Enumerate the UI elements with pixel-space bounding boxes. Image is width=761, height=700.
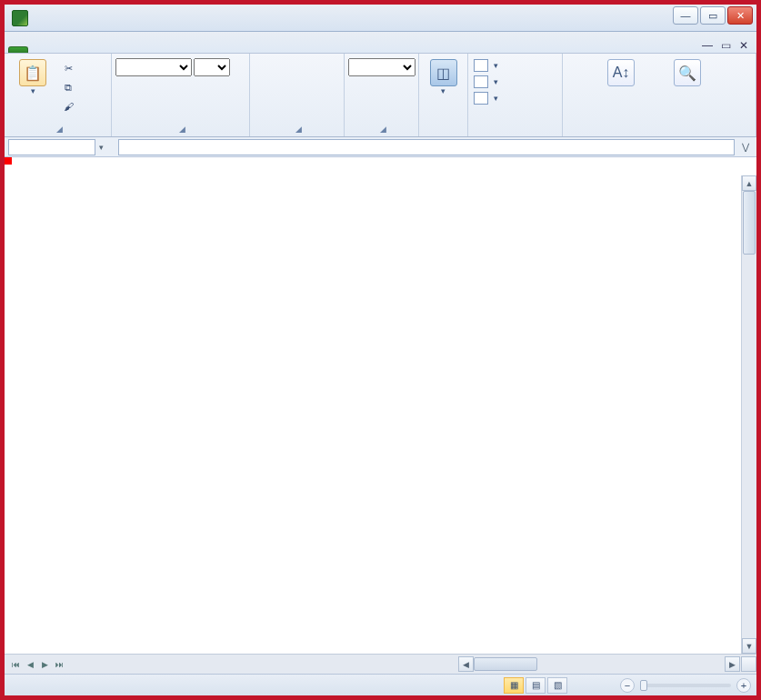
- font-size-select[interactable]: [194, 58, 230, 76]
- qat-extra-4[interactable]: [155, 9, 174, 27]
- sheet-nav-prev[interactable]: ◀: [23, 657, 37, 672]
- zoom-slider[interactable]: [640, 684, 731, 687]
- sort-icon: A↕: [607, 59, 635, 86]
- sheet-nav-last[interactable]: ⏭: [52, 657, 66, 672]
- status-bar: ▦ ▤ ▧ − +: [5, 674, 756, 695]
- number-launcher-icon[interactable]: ◢: [380, 125, 386, 134]
- close-button[interactable]: ✕: [727, 6, 753, 25]
- title-bar: — ▭ ✕: [5, 5, 756, 32]
- clipboard-launcher-icon[interactable]: ◢: [56, 125, 63, 134]
- selection-annotation: [5, 157, 12, 165]
- view-normal-button[interactable]: ▦: [504, 677, 524, 694]
- view-page-layout-button[interactable]: ▤: [526, 677, 546, 694]
- workbook-restore-icon[interactable]: ▭: [718, 38, 733, 53]
- delete-icon: [474, 75, 488, 88]
- alignment-launcher-icon[interactable]: ◢: [295, 125, 302, 134]
- help-icon[interactable]: [682, 38, 696, 53]
- align-middle-button[interactable]: [274, 58, 292, 76]
- wrap-text-button[interactable]: [314, 78, 332, 96]
- zoom-knob[interactable]: [640, 680, 647, 691]
- styles-icon: ◫: [430, 59, 457, 86]
- fill-button[interactable]: [566, 78, 585, 96]
- sheet-tabs-bar: ⏮ ◀ ▶ ⏭ ◀ ▶: [5, 654, 756, 674]
- tab-file[interactable]: [8, 46, 28, 53]
- insert-icon: [474, 59, 488, 72]
- paste-button[interactable]: 📋 ▾: [8, 55, 57, 95]
- underline-button[interactable]: [155, 78, 174, 96]
- format-painter-button[interactable]: 🖌: [59, 97, 77, 115]
- currency-button[interactable]: [348, 78, 366, 96]
- zoom-out-button[interactable]: −: [620, 678, 635, 693]
- increase-decimal-button[interactable]: [348, 98, 366, 116]
- scroll-left-button[interactable]: ◀: [458, 656, 474, 672]
- horizontal-scrollbar[interactable]: ◀ ▶: [458, 656, 740, 672]
- sort-filter-button[interactable]: A↕: [588, 55, 654, 86]
- bold-button[interactable]: [115, 78, 134, 96]
- delete-cells-button[interactable]: ▾: [472, 75, 500, 89]
- format-cells-button[interactable]: ▾: [472, 91, 500, 105]
- save-button[interactable]: [35, 9, 54, 27]
- formula-expand-icon[interactable]: ⋁: [738, 142, 753, 152]
- format-icon: [474, 92, 488, 105]
- workbook-close-icon[interactable]: ✕: [736, 38, 751, 53]
- qat-extra-3[interactable]: [135, 9, 154, 27]
- align-bottom-button[interactable]: [294, 58, 312, 76]
- copy-button[interactable]: ⧉: [59, 78, 77, 96]
- cut-button[interactable]: ✂: [59, 59, 77, 77]
- quick-access-toolbar: [35, 9, 194, 27]
- percent-button[interactable]: [368, 78, 386, 96]
- view-page-break-button[interactable]: ▧: [547, 677, 567, 694]
- number-format-select[interactable]: [348, 58, 416, 76]
- clear-button[interactable]: [566, 98, 585, 116]
- find-select-button[interactable]: 🔍: [657, 55, 717, 86]
- ribbon-minimize-icon[interactable]: [664, 38, 678, 53]
- increase-indent-button[interactable]: [274, 98, 292, 116]
- merge-button[interactable]: [294, 98, 312, 116]
- zoom-in-button[interactable]: +: [736, 678, 751, 693]
- qat-extra-1[interactable]: [95, 9, 114, 27]
- styles-button[interactable]: ◫ ▾: [423, 55, 464, 95]
- workbook-minimize-icon[interactable]: —: [700, 38, 715, 53]
- align-left-button[interactable]: [254, 78, 272, 96]
- name-box-dropdown-icon[interactable]: ▾: [99, 143, 104, 152]
- redo-button[interactable]: [75, 9, 94, 27]
- comma-button[interactable]: [388, 78, 406, 96]
- scroll-down-button[interactable]: ▼: [742, 638, 756, 654]
- ribbon: 📋 ▾ ✂ ⧉ 🖌 ◢: [5, 54, 756, 137]
- orientation-button[interactable]: [314, 58, 332, 76]
- formula-input[interactable]: [118, 139, 735, 155]
- autosum-button[interactable]: [566, 58, 585, 76]
- worksheet-area: ▲ ▼ ⏮ ◀ ▶ ⏭ ◀ ▶: [5, 157, 756, 674]
- minimize-button[interactable]: —: [673, 6, 698, 25]
- qat-extra-2[interactable]: [115, 9, 134, 27]
- grow-font-button[interactable]: [232, 58, 250, 76]
- vscroll-thumb[interactable]: [743, 191, 756, 255]
- scroll-up-button[interactable]: ▲: [742, 175, 756, 191]
- sheet-nav-next[interactable]: ▶: [37, 657, 52, 672]
- align-center-button[interactable]: [274, 78, 292, 96]
- font-color-button[interactable]: [215, 78, 234, 96]
- ribbon-tabs: — ▭ ✕: [5, 32, 756, 54]
- name-box[interactable]: [8, 139, 95, 155]
- maximize-button[interactable]: ▭: [700, 6, 726, 25]
- decrease-indent-button[interactable]: [254, 98, 272, 116]
- insert-cells-button[interactable]: ▾: [472, 58, 500, 73]
- clipboard-icon: 📋: [19, 59, 46, 86]
- sheet-nav-first[interactable]: ⏮: [8, 657, 23, 672]
- fill-color-button[interactable]: [195, 78, 214, 96]
- decrease-decimal-button[interactable]: [368, 98, 386, 116]
- hscroll-thumb[interactable]: [474, 657, 537, 671]
- font-launcher-icon[interactable]: ◢: [179, 125, 185, 134]
- font-name-select[interactable]: [115, 58, 192, 76]
- italic-button[interactable]: [135, 78, 154, 96]
- scrollbar-corner: [741, 656, 756, 672]
- align-right-button[interactable]: [294, 78, 312, 96]
- excel-icon: [12, 10, 28, 26]
- vertical-scrollbar[interactable]: ▲ ▼: [741, 175, 756, 654]
- formula-bar: ▾ ⋁: [5, 137, 756, 157]
- align-top-button[interactable]: [254, 58, 272, 76]
- border-button[interactable]: [175, 78, 194, 96]
- scroll-right-button[interactable]: ▶: [725, 656, 740, 672]
- undo-button[interactable]: [55, 9, 74, 27]
- qat-customize[interactable]: [175, 9, 194, 27]
